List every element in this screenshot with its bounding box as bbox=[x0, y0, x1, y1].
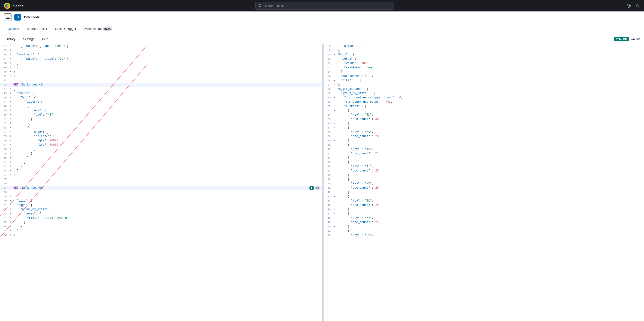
response-line: 24 "key" : "TX", bbox=[324, 113, 644, 117]
response-line: 13 "relation" : "eq" bbox=[324, 65, 644, 70]
editor-line: 56 + "gte": 20000, bbox=[0, 139, 322, 143]
tab-painless-lab[interactable]: Painless Lab BETA bbox=[80, 23, 116, 34]
elastic-logo-text: elastic bbox=[12, 4, 24, 8]
editor-line: 55 + "balance": { bbox=[0, 134, 322, 139]
globe-icon[interactable] bbox=[626, 3, 632, 8]
response-line: 52 "key" : "DC", bbox=[324, 233, 644, 237]
editor-line: 75 + } bbox=[0, 220, 322, 224]
response-line: 38 - }, bbox=[324, 173, 644, 177]
response-line: 32 "key" : "ID", bbox=[324, 147, 644, 152]
response-line: 36 "key" : "AL", bbox=[324, 164, 644, 169]
global-search-bar[interactable]: Search Elastic bbox=[255, 2, 394, 9]
response-line: 34 - }, bbox=[324, 156, 644, 160]
settings-button[interactable]: Settings bbox=[21, 36, 36, 42]
response-line: 16 ● "hits" : [ ] bbox=[324, 78, 644, 83]
tab-search-profiler[interactable]: Search Profiler bbox=[23, 23, 51, 34]
editor-line: 70 + "size": 0, bbox=[0, 199, 322, 203]
editor-line: 57 + "lte": 30000 bbox=[0, 143, 322, 147]
main-content: 34 + { "match": { "age": "40" } } 35 + ]… bbox=[0, 44, 644, 321]
svg-rect-16 bbox=[317, 187, 318, 189]
editor-request-line: 43 GET /bank/_search bbox=[0, 83, 322, 87]
history-button[interactable]: History bbox=[4, 36, 17, 42]
response-line: 30 - }, bbox=[324, 139, 644, 143]
editor-line: 40 + } bbox=[0, 70, 322, 74]
elastic-logo[interactable]: elastic bbox=[4, 2, 24, 9]
editor-line: 78 + } bbox=[0, 233, 322, 237]
response-line: 49 "doc_count" : 25 bbox=[324, 220, 644, 224]
response-line: 19 - "group_by_state" : { bbox=[324, 91, 644, 96]
response-line: 12 "value" : 1000, bbox=[324, 61, 644, 65]
hamburger-button[interactable] bbox=[4, 13, 12, 21]
editor-line: 53 + { bbox=[0, 126, 322, 130]
user-icon[interactable] bbox=[634, 3, 640, 8]
editor-line: 47 + "filter": [ bbox=[0, 100, 322, 104]
search-bar-container: Search Elastic bbox=[26, 2, 623, 9]
response-line: 33 "doc_count" : 27 bbox=[324, 152, 644, 156]
response-line: 50 - }, bbox=[324, 224, 644, 229]
response-line: 29 "doc_count" : 28 bbox=[324, 134, 644, 139]
editor-line: 37 + { "match": { "state": "ID" } } bbox=[0, 57, 322, 61]
editor-line: 69 + { bbox=[0, 194, 322, 199]
response-line: 45 "doc_count" : 25 bbox=[324, 203, 644, 207]
response-line: 40 "key" : "ME", bbox=[324, 181, 644, 186]
copy-button[interactable] bbox=[315, 185, 320, 190]
response-line: 51 - { bbox=[324, 229, 644, 233]
svg-marker-14 bbox=[311, 187, 313, 189]
editor-line: 62 + } bbox=[0, 164, 322, 169]
response-line: 28 "key" : "MD", bbox=[324, 130, 644, 134]
editor-line: 50 + "age": "40" bbox=[0, 113, 322, 117]
response-line: 26 - }, bbox=[324, 121, 644, 126]
editor-line: 46 + "bool": { bbox=[0, 96, 322, 100]
editor-line: 48 + { bbox=[0, 104, 322, 108]
svg-point-0 bbox=[4, 3, 10, 9]
response-line: 35 - { bbox=[324, 160, 644, 164]
response-line: 25 "doc_count" : 30 bbox=[324, 117, 644, 121]
response-line: 11 - "total" : { bbox=[324, 57, 644, 61]
status-badge: 200 - OK 242 ms bbox=[614, 37, 640, 41]
editor-line: 77 + } bbox=[0, 229, 322, 233]
secondary-nav: D Dev Tools bbox=[0, 11, 644, 23]
response-line: 43 - { bbox=[324, 194, 644, 199]
editor-line: 41 + } bbox=[0, 74, 322, 78]
editor-line: 72 + "group_by_state": { bbox=[0, 207, 322, 212]
editor-line: 39 + } bbox=[0, 65, 322, 70]
editor-line: 44 + { bbox=[0, 87, 322, 91]
tab-bar: Console Search Profiler Grok Debugger Pa… bbox=[0, 23, 644, 34]
response-line: 23 - { bbox=[324, 108, 644, 113]
editor-line: 52 + }, bbox=[0, 121, 322, 126]
editor-line: 42 bbox=[0, 78, 322, 83]
editor-line: 68 bbox=[0, 190, 322, 194]
response-line: 22 - "buckets" : [ bbox=[324, 104, 644, 108]
editor-line: 74 + "field": "state.keyword" bbox=[0, 216, 322, 220]
help-button[interactable]: Help bbox=[40, 36, 50, 42]
response-line: 42 - }, bbox=[324, 190, 644, 194]
timing-display: 242 ms bbox=[631, 37, 640, 41]
editor-line: 51 + } bbox=[0, 117, 322, 121]
editor-line: 38 + ] bbox=[0, 61, 322, 65]
run-button[interactable] bbox=[309, 185, 314, 190]
response-line: 44 "key" : "TN", bbox=[324, 199, 644, 203]
editor-line: 71 + "aggs": { bbox=[0, 203, 322, 207]
search-placeholder: Search Elastic bbox=[264, 4, 284, 8]
search-icon bbox=[258, 4, 262, 7]
svg-point-10 bbox=[636, 4, 638, 6]
tab-grok-debugger[interactable]: Grok Debugger bbox=[51, 23, 80, 34]
response-line: 20 - "doc_count_error_upper_bound" : 0, bbox=[324, 96, 644, 100]
editor-line: 36 + "must_not": [ bbox=[0, 53, 322, 57]
toolbar: History Settings Help 200 - OK 242 ms bbox=[0, 34, 644, 44]
editor-panel[interactable]: 34 + { "match": { "age": "40" } } 35 + ]… bbox=[0, 44, 322, 321]
editor-line: 59 + } bbox=[0, 152, 322, 156]
editor-line: 60 + } bbox=[0, 156, 322, 160]
editor-line: 64 + } bbox=[0, 173, 322, 177]
svg-point-4 bbox=[8, 4, 9, 7]
panel-resizer[interactable] bbox=[322, 44, 324, 321]
response-line: 9 - }, bbox=[324, 48, 644, 53]
response-line: 21 "sum_other_doc_count" : 743, bbox=[324, 100, 644, 104]
svg-point-3 bbox=[5, 4, 7, 7]
response-line: 48 "key" : "WY", bbox=[324, 216, 644, 220]
editor-line: 73 + "terms": { bbox=[0, 212, 322, 216]
editor-line: 34 + { "match": { "age": "40" } } bbox=[0, 44, 322, 48]
response-line: 31 - { bbox=[324, 143, 644, 147]
tab-console[interactable]: Console bbox=[4, 23, 23, 34]
app-icon: D bbox=[14, 14, 21, 20]
